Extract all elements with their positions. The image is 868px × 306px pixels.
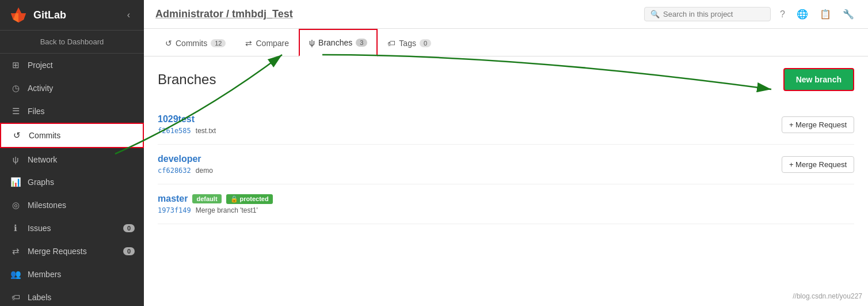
page-title: Administrator / tmhbdj_Test: [155, 8, 293, 20]
branch-name-text: 1029test: [158, 114, 195, 124]
sidebar-item-label: Commits: [29, 131, 60, 140]
branch-meta: f261e585 test.txt: [158, 127, 782, 135]
branches-title: Branches: [158, 71, 216, 88]
main-content: Administrator / tmhbdj_Test 🔍 ? 🌐 📋 🔧 ↺ …: [144, 0, 868, 306]
sidebar-item-members[interactable]: 👥 Members: [0, 263, 144, 286]
sidebar-item-network[interactable]: ψ Network: [0, 148, 144, 171]
branch-name-link[interactable]: 1029test: [158, 114, 782, 124]
branch-name-link[interactable]: developer: [158, 154, 782, 164]
branch-commit-message: Merge branch 'test1': [196, 206, 258, 214]
gitlab-logo-icon: [9, 6, 28, 24]
branch-commit-hash[interactable]: 1973f149: [158, 206, 191, 214]
sidebar-item-label: Files: [28, 107, 45, 116]
search-input[interactable]: [663, 10, 764, 18]
sidebar-nav: ⊞ Project ◷ Activity ☰ Files ↺ Commits ψ…: [0, 54, 144, 306]
branch-info: developer cf628632 demo: [158, 154, 782, 175]
watermark: //blog.csdn.net/you227: [793, 292, 862, 300]
commits-tab-icon: ↺: [165, 39, 172, 48]
graphs-icon: 📊: [9, 177, 22, 187]
sidebar-header: GitLab ‹: [0, 0, 144, 31]
branch-meta: 1973f149 Merge branch 'test1': [158, 206, 854, 214]
topbar-actions: 🔍 ? 🌐 📋 🔧: [644, 6, 856, 22]
search-icon: 🔍: [650, 10, 660, 18]
branch-item: master default 🔒 protected 1973f149 Merg…: [158, 184, 854, 224]
sidebar-item-label: Graphs: [28, 177, 54, 187]
merge-request-button[interactable]: Merge Request: [782, 116, 854, 133]
branch-commit-hash[interactable]: cf628632: [158, 167, 191, 175]
branches-tab-label: Branches: [318, 38, 352, 47]
sidebar-brand-label: GitLab: [33, 9, 66, 21]
tab-branches[interactable]: ψ Branches 3: [299, 29, 378, 56]
branches-tab-icon: ψ: [309, 38, 315, 47]
sidebar-item-label: Network: [28, 155, 57, 164]
new-branch-button[interactable]: New branch: [783, 68, 854, 91]
files-icon: ☰: [9, 106, 22, 116]
branches-content: Branches New branch 1029test f261e585 te…: [144, 56, 868, 306]
sidebar-item-label: Activity: [28, 84, 53, 93]
branch-commit-hash[interactable]: f261e585: [158, 127, 191, 135]
tab-tags[interactable]: 🏷 Tags 0: [378, 30, 441, 56]
activity-icon: ◷: [9, 83, 22, 93]
sidebar-item-labels[interactable]: 🏷 Labels: [0, 286, 144, 306]
branch-info: master default 🔒 protected 1973f149 Merg…: [158, 194, 854, 214]
default-badge: default: [192, 194, 221, 203]
commits-tab-label: Commits: [176, 39, 207, 48]
back-to-dashboard-link[interactable]: Back to Dashboard: [0, 31, 144, 54]
sidebar-item-files[interactable]: ☰ Files: [0, 100, 144, 123]
settings-icon[interactable]: 🔧: [840, 6, 856, 22]
branch-meta: cf628632 demo: [158, 167, 782, 175]
tags-tab-icon: 🏷: [387, 39, 395, 48]
branch-name-link[interactable]: master: [158, 194, 188, 204]
branches-tab-count: 3: [356, 39, 367, 47]
tab-compare[interactable]: ⇄ Compare: [235, 30, 299, 56]
sidebar-item-milestones[interactable]: ◎ Milestones: [0, 194, 144, 217]
search-box[interactable]: 🔍: [644, 7, 771, 21]
sidebar: GitLab ‹ Back to Dashboard ⊞ Project ◷ A…: [0, 0, 144, 306]
sidebar-item-label: Labels: [28, 293, 51, 302]
tags-tab-count: 0: [420, 39, 431, 47]
sidebar-item-label: Milestones: [28, 201, 66, 210]
sidebar-item-merge-requests[interactable]: ⇄ Merge Requests 0: [0, 240, 144, 263]
protected-badge: 🔒 protected: [226, 194, 273, 204]
milestones-icon: ◎: [9, 200, 22, 210]
commits-tab-count: 12: [211, 39, 226, 47]
tags-tab-label: Tags: [399, 39, 416, 48]
sidebar-item-activity[interactable]: ◷ Activity: [0, 77, 144, 100]
branch-commit-message: demo: [196, 167, 213, 175]
branch-name-text: developer: [158, 154, 201, 164]
sidebar-item-project[interactable]: ⊞ Project: [0, 54, 144, 77]
help-icon[interactable]: ?: [778, 7, 787, 22]
branch-item: developer cf628632 demo Merge Request: [158, 145, 854, 184]
labels-icon: 🏷: [9, 292, 22, 302]
lock-icon: 🔒: [230, 195, 238, 203]
tab-bar: ↺ Commits 12 ⇄ Compare ψ Branches 3 🏷 Ta…: [144, 29, 868, 56]
issues-icon: ℹ: [9, 223, 22, 233]
topbar: Administrator / tmhbdj_Test 🔍 ? 🌐 📋 🔧: [144, 0, 868, 29]
compare-tab-icon: ⇄: [245, 39, 252, 48]
compare-tab-label: Compare: [256, 39, 289, 48]
merge-requests-count-badge: 0: [123, 247, 135, 255]
branches-header: Branches New branch: [158, 68, 854, 91]
sidebar-collapse-button[interactable]: ‹: [123, 7, 135, 22]
merge-request-button[interactable]: Merge Request: [782, 156, 854, 173]
branch-name-text: master: [158, 194, 188, 204]
sidebar-item-label: Project: [28, 61, 53, 70]
tab-commits[interactable]: ↺ Commits 12: [155, 30, 235, 56]
sidebar-item-label: Issues: [28, 224, 51, 233]
globe-icon[interactable]: 🌐: [794, 6, 810, 22]
branch-info: 1029test f261e585 test.txt: [158, 114, 782, 135]
issues-count-badge: 0: [123, 224, 135, 232]
commits-icon: ↺: [10, 130, 23, 141]
merge-requests-icon: ⇄: [9, 246, 22, 256]
project-icon: ⊞: [9, 60, 22, 70]
sidebar-item-commits[interactable]: ↺ Commits: [0, 123, 144, 148]
network-icon: ψ: [9, 154, 22, 164]
branch-item: 1029test f261e585 test.txt Merge Request: [158, 105, 854, 145]
sidebar-item-issues[interactable]: ℹ Issues 0: [0, 217, 144, 240]
clipboard-icon[interactable]: 📋: [817, 6, 833, 22]
branch-commit-message: test.txt: [196, 127, 216, 135]
members-icon: 👥: [9, 269, 22, 279]
sidebar-item-graphs[interactable]: 📊 Graphs: [0, 171, 144, 194]
sidebar-item-label: Members: [28, 270, 61, 279]
sidebar-item-label: Merge Requests: [28, 247, 87, 256]
